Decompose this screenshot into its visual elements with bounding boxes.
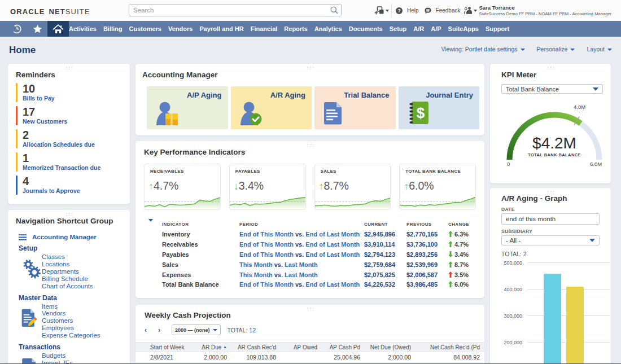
create-new-button[interactable] [374,6,389,15]
reminder-label[interactable]: Journals to Approve [23,187,80,195]
shortcut-link-budgets[interactable]: Budgets [42,352,122,359]
nav-item-ar[interactable]: A/R [410,21,427,37]
kpi-col-indicator[interactable]: INDICATOR [162,222,239,230]
nav-item-payroll[interactable]: Payroll and HR [196,21,247,37]
kpi-col-period[interactable]: PERIOD [239,222,364,230]
layout-button[interactable]: Layout [587,46,612,52]
kpi-row-current[interactable]: $2,759,684 [364,260,406,270]
period-b[interactable]: End of Last Month [305,251,360,258]
reminder-label[interactable]: Allocation Schedules due [23,141,95,148]
user-info[interactable]: Sara Torrance SuiteSuccess Demo FF PRM -… [479,5,612,17]
tile-ar-aging[interactable]: A/R Aging [231,86,312,129]
help-button[interactable]: ? Help [396,7,419,14]
kpi-row-indicator[interactable]: Total Bank Balance [162,280,239,290]
weekly-cash-cell[interactable]: 2/8/2021 [135,352,198,363]
period-b[interactable]: End of Last Month [305,241,360,248]
shortcut-link-items[interactable]: Items [42,303,122,310]
shortcut-link-chart-of-accounts[interactable]: Chart of Accounts [42,283,122,290]
kpi-box-sales[interactable]: SALES ↑8.7% [314,164,391,210]
nav-item-customers[interactable]: Customers [126,21,165,37]
shortcut-link-customers[interactable]: Customers [42,317,122,324]
drag-handle-icon[interactable] [307,307,314,310]
kpi-row-previous[interactable]: $3,986,485 [406,280,448,290]
shortcut-link-employees[interactable]: Employees [42,324,122,332]
kpi-row-previous[interactable]: $2,893,256 [406,250,448,260]
period-b[interactable]: End of Last Month [305,231,360,238]
kpi-box-total-bank-balance[interactable]: TOTAL BANK BALANCE ↑6.0% [399,164,476,210]
period-a[interactable]: End of This Month [239,231,294,238]
drag-handle-icon[interactable] [307,66,314,69]
wk-col-ar-cash-recd[interactable]: AR Cash Rec'd [231,343,281,352]
kpi-row-indicator[interactable]: Sales [162,260,239,270]
kpi-box-payables[interactable]: PAYABLES ↓3.4% [229,164,306,210]
wk-col-net-cash-recd[interactable]: Net Cash Rec'd (Pd [416,343,484,352]
date-field[interactable]: end of this month [501,213,600,225]
wk-col-ar-due[interactable]: AR Due ▲ [198,343,231,352]
period-a[interactable]: End of This Month [239,251,294,258]
kpi-row-current[interactable]: $4,226,532 [364,280,406,290]
shortcut-link-vendors[interactable]: Vendors [42,310,122,317]
nav-item-suiteapps[interactable]: SuiteApps [445,21,482,37]
subsidiary-select[interactable]: - All - [501,235,600,245]
tile-journal-entry[interactable]: Journal Entry $ [399,86,480,129]
kpi-row-indicator[interactable]: Receivables [162,240,239,250]
kpi-row-current[interactable]: $2,075,825 [364,270,406,280]
shortcut-link-expense-categories[interactable]: Expense Categories [42,332,122,339]
range-select[interactable]: 2000 — (none) [172,324,221,335]
viewing-settings-button[interactable]: Viewing: Portlet date settings [441,46,524,52]
period-a[interactable]: End of This Month [239,241,294,248]
kpi-row-indicator[interactable]: Payables [162,250,239,260]
nav-item-financial[interactable]: Financial [247,21,281,37]
shortcut-link-departments[interactable]: Departments [42,268,122,275]
reminder-label[interactable]: Bills to Pay [23,95,55,102]
user-menu-button[interactable] [464,7,477,14]
next-page-button[interactable]: › [158,326,172,334]
reminder-label[interactable]: New Customers [23,118,67,125]
search-icon[interactable] [327,5,341,15]
period-a[interactable]: This Month [239,271,273,278]
kpi-row-indicator[interactable]: Inventory [162,230,239,240]
ar-total-value[interactable]: 2 [523,251,527,257]
kpi-row-current[interactable]: $3,910,114 [364,240,406,250]
shortcut-link-billing-schedule[interactable]: Billing Schedule [42,275,122,283]
nav-item-vendors[interactable]: Vendors [165,21,196,37]
nav-item-activities[interactable]: Activities [65,21,100,37]
collapse-caret-icon[interactable] [148,219,153,227]
wk-col-start-of-week[interactable]: Start of Week [135,343,198,352]
nav-item-billing[interactable]: Billing [100,21,126,37]
kpi-meter-select[interactable]: Total Bank Balance [501,84,603,94]
kpi-row-current[interactable]: $2,945,896 [364,230,406,240]
period-a[interactable]: This Month [239,261,273,268]
period-b[interactable]: Last Month [285,261,318,268]
nav-item-reports[interactable]: Reports [281,21,311,37]
reminder-journals-to-approve[interactable]: 4 Journals to Approve [16,176,122,195]
chart-bar[interactable] [566,287,584,364]
nav-item-ap[interactable]: A/P [427,21,444,37]
reminder-memorized-transaction[interactable]: 1 Memorized Transaction due [16,152,122,172]
kpi-row-indicator[interactable]: Expenses [162,270,239,280]
shortcut-link-locations[interactable]: Locations [42,261,122,268]
nav-item-setup[interactable]: Setup [386,21,410,37]
nav-item-support[interactable]: Support [482,21,513,37]
netsuite-logo[interactable]: ORACLENETSUITE [10,6,90,16]
kpi-row-previous[interactable]: $2,539,969 [406,260,448,270]
period-b[interactable]: Last Month [285,271,318,278]
recent-records-button[interactable] [7,21,27,37]
chart-bar[interactable] [544,274,561,364]
global-search[interactable] [129,4,342,16]
personalize-button[interactable]: Personalize [537,46,575,52]
tile-trial-balance[interactable]: Trial Balance [314,86,396,129]
nav-item-documents[interactable]: Documents [346,21,386,37]
kpi-col-change[interactable]: CHANGE [448,222,476,230]
shortcut-accounting-manager[interactable]: Accounting Manager [19,234,122,240]
drag-handle-icon[interactable] [65,212,73,216]
shortcut-link-classes[interactable]: Classes [42,253,122,261]
kpi-row-current[interactable]: $2,794,123 [364,250,406,260]
reminder-allocation-schedules[interactable]: 2 Allocation Schedules due [16,129,122,148]
prev-page-button[interactable]: ‹ [145,326,158,334]
favorites-button[interactable] [27,21,47,37]
feedback-button[interactable]: Feedback [425,7,461,14]
drag-handle-icon[interactable] [547,190,554,194]
kpi-box-receivables[interactable]: RECEIVABLES ↑4.7% [144,164,221,210]
kpi-col-previous[interactable]: PREVIOUS [406,222,448,230]
